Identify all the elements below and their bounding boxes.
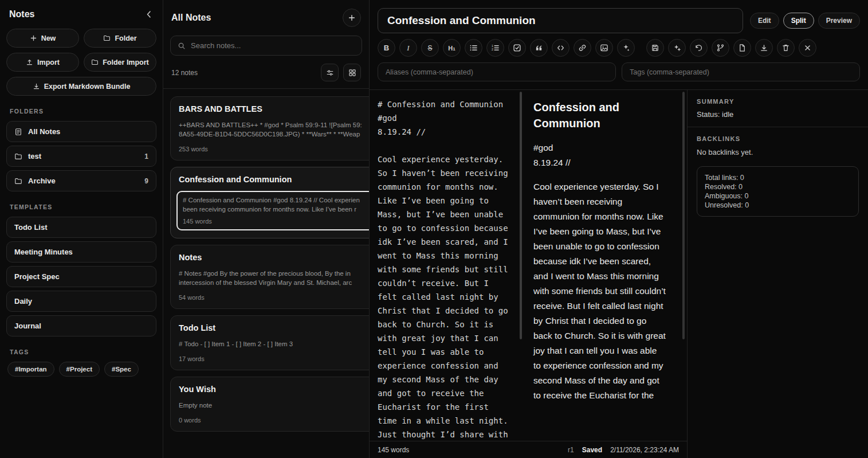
editor-title-row: EditSplitPreview xyxy=(370,0,868,33)
download-button[interactable] xyxy=(755,39,773,57)
document-button[interactable] xyxy=(733,39,751,57)
preview-scrollbar-thumb[interactable] xyxy=(682,92,685,339)
list-view-controls xyxy=(321,64,361,81)
enhance-icon xyxy=(673,44,681,52)
export-markdown-bundle-button[interactable]: Export Markdown Bundle xyxy=(6,77,156,96)
tag-pill[interactable]: #Spec xyxy=(104,362,139,377)
bold-button[interactable]: B xyxy=(378,39,395,57)
templates-section-label: TEMPLATES xyxy=(10,203,153,210)
editor-panes: # Confession and Communion #god 8.19.24 … xyxy=(370,90,687,441)
trash-button[interactable] xyxy=(777,39,795,57)
info-panel: SUMMARY Status: idle BACKLINKS No backli… xyxy=(687,90,868,458)
note-preview: Empty note0 words xyxy=(179,401,369,424)
collapse-sidebar-icon[interactable] xyxy=(144,10,154,19)
note-card-title: You Wish xyxy=(179,385,369,394)
backlinks-empty-text: No backlinks yet. xyxy=(697,148,859,156)
sidebar-folder-archive[interactable]: Archive9 xyxy=(6,170,156,191)
search-box[interactable] xyxy=(170,36,362,56)
mode-split-button[interactable]: Split xyxy=(783,13,814,29)
new-folder-label: Folder xyxy=(115,34,136,42)
template-label: Meeting Minutes xyxy=(14,248,73,256)
status-bar: 145 words r1 Saved 2/11/2026, 2:23:24 AM xyxy=(370,441,687,458)
import-label: Import xyxy=(37,58,60,66)
notes-app: Notes New Folder Import Folder Import xyxy=(0,0,868,458)
plus-icon xyxy=(30,34,37,42)
filter-sort-button[interactable] xyxy=(321,64,339,81)
folder-count: 9 xyxy=(144,177,148,185)
search-icon xyxy=(178,42,186,50)
link-button[interactable] xyxy=(574,39,591,57)
folder-import-button[interactable]: Folder Import xyxy=(84,53,156,72)
save-button[interactable] xyxy=(646,39,664,57)
save-status-group: r1 Saved 2/11/2026, 2:23:24 AM xyxy=(568,446,679,454)
image-icon xyxy=(600,44,608,52)
mode-preview-button[interactable]: Preview xyxy=(818,13,860,29)
source-scrollbar-thumb[interactable] xyxy=(520,92,522,339)
note-card[interactable]: You WishEmpty note0 words xyxy=(170,377,369,432)
download-icon xyxy=(33,83,40,90)
word-count: 145 words xyxy=(378,446,409,454)
grid-view-button[interactable] xyxy=(343,64,361,81)
code-icon xyxy=(556,44,565,52)
note-preview: ++BARS AND BATTLES++ * #god * Psalm 59:9… xyxy=(179,120,369,152)
sidebar-folder-all-notes[interactable]: All Notes xyxy=(6,121,156,142)
image-button[interactable] xyxy=(595,39,613,57)
tag-pill[interactable]: #Importan xyxy=(7,362,54,377)
split-view: # Confession and Communion #god 8.19.24 … xyxy=(370,90,687,458)
template-project-spec[interactable]: Project Spec xyxy=(6,266,156,287)
link-icon xyxy=(578,44,587,52)
sidebar-actions-row-2: Import Folder Import xyxy=(6,53,156,72)
note-preview-line: 8A55-49DE-B1D4-5DDC56D0C198.JPG) * **War… xyxy=(179,130,369,139)
aliases-input[interactable] xyxy=(378,62,616,81)
task-list-icon xyxy=(513,44,521,52)
tag-pill[interactable]: #Project xyxy=(59,362,100,377)
note-card-title: Notes xyxy=(179,253,369,262)
history-button[interactable] xyxy=(690,39,708,57)
enhance-button[interactable] xyxy=(668,39,686,57)
quote-button[interactable] xyxy=(530,39,548,57)
close-button[interactable] xyxy=(799,39,816,57)
tags-input[interactable] xyxy=(622,62,860,81)
note-word-count: 253 words xyxy=(179,146,369,152)
backlink-stat: Ambiguous: 0 xyxy=(705,191,851,201)
sidebar-folder-test[interactable]: test1 xyxy=(6,146,156,167)
template-journal[interactable]: Journal xyxy=(6,315,156,336)
folder-label: All Notes xyxy=(28,127,60,136)
bullet-list-button[interactable] xyxy=(465,39,482,57)
template-daily[interactable]: Daily xyxy=(6,291,156,312)
app-title: Notes xyxy=(9,9,34,19)
note-card[interactable]: Notes# Notes #god By the power of the pr… xyxy=(170,245,369,309)
numbered-list-button[interactable]: 12 xyxy=(486,39,504,57)
mode-edit-button[interactable]: Edit xyxy=(750,13,779,29)
task-list-button[interactable] xyxy=(508,39,526,57)
note-preview: # Notes #god By the power of the preciou… xyxy=(179,269,369,301)
note-word-count: 0 words xyxy=(179,417,369,424)
sparkles-icon xyxy=(622,44,630,52)
sparkles-button[interactable] xyxy=(617,39,635,57)
sliders-icon xyxy=(326,69,334,77)
template-meeting-minutes[interactable]: Meeting Minutes xyxy=(6,241,156,263)
markdown-source-editor[interactable]: # Confession and Communion #god 8.19.24 … xyxy=(370,90,517,441)
preview-tag-line: #god xyxy=(533,140,666,155)
note-card[interactable]: Todo List# Todo - [ ] Item 1 - [ ] Item … xyxy=(170,315,369,370)
backlink-stat: Total links: 0 xyxy=(705,173,851,182)
heading-1-button[interactable]: H1 xyxy=(443,39,461,57)
strikethrough-button[interactable]: S xyxy=(421,39,439,57)
import-button[interactable]: Import xyxy=(6,53,79,72)
template-todo-list[interactable]: Todo List xyxy=(6,217,156,238)
note-card[interactable]: Confession and Communion# Confession and… xyxy=(170,167,369,238)
bold-icon: B xyxy=(382,44,391,52)
note-card-title: Todo List xyxy=(179,323,369,332)
close-icon xyxy=(803,44,812,52)
code-button[interactable] xyxy=(552,39,569,57)
note-card[interactable]: BARS AND BATTLES++BARS AND BATTLES++ * #… xyxy=(170,96,369,161)
note-title-input[interactable] xyxy=(378,8,743,33)
new-folder-button[interactable]: Folder xyxy=(84,29,156,48)
add-note-button[interactable] xyxy=(343,9,361,27)
italic-button[interactable]: I xyxy=(399,39,417,57)
preview-scrollbar[interactable] xyxy=(680,90,687,441)
search-input[interactable] xyxy=(191,41,355,50)
source-scrollbar[interactable] xyxy=(517,90,524,441)
branch-button[interactable] xyxy=(712,39,729,57)
new-note-button[interactable]: New xyxy=(6,29,79,48)
